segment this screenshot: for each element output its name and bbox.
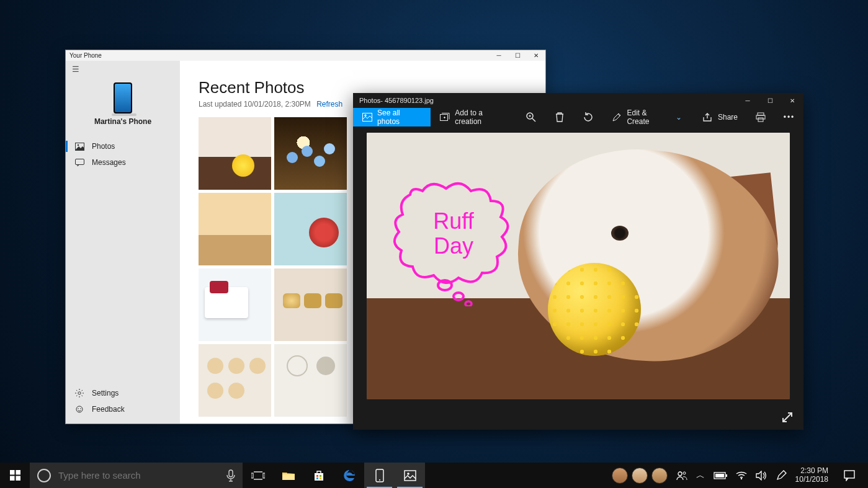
search-input[interactable] bbox=[58, 470, 219, 481]
share-icon bbox=[702, 112, 713, 123]
device-name: Martina's Phone bbox=[66, 117, 180, 126]
minimize-button[interactable]: ─ bbox=[490, 50, 508, 61]
maximize-button[interactable]: ☐ bbox=[508, 50, 527, 61]
messages-icon bbox=[74, 159, 84, 167]
volume-icon[interactable] bbox=[756, 471, 767, 481]
close-button[interactable]: ✕ bbox=[527, 50, 545, 61]
photo-thumbnail[interactable] bbox=[274, 117, 347, 190]
start-button[interactable] bbox=[0, 463, 30, 488]
edge-button[interactable] bbox=[334, 463, 364, 488]
refresh-link[interactable]: Refresh bbox=[316, 100, 342, 109]
sidebar-item-photos[interactable]: Photos bbox=[66, 138, 180, 154]
edit-icon bbox=[611, 112, 622, 123]
photos-icon bbox=[74, 143, 84, 151]
your-phone-title: Your Phone bbox=[69, 52, 102, 59]
minimize-button[interactable]: ─ bbox=[736, 93, 759, 108]
photo-thumbnail[interactable] bbox=[199, 344, 271, 417]
battery-icon[interactable] bbox=[714, 472, 727, 479]
sidebar-item-label: Settings bbox=[92, 389, 119, 397]
svg-rect-11 bbox=[758, 113, 764, 115]
toolbar-label: See all photos bbox=[377, 109, 422, 126]
photo-thumbnail[interactable] bbox=[274, 344, 347, 417]
mic-icon[interactable] bbox=[226, 469, 235, 482]
delete-button[interactable] bbox=[545, 108, 574, 126]
svg-rect-40 bbox=[715, 474, 724, 477]
dog-eye-shape bbox=[611, 226, 629, 241]
more-icon: ••• bbox=[784, 112, 795, 123]
photos-taskbar-button[interactable] bbox=[395, 463, 425, 488]
people-contact[interactable] bbox=[632, 468, 648, 484]
svg-point-36 bbox=[678, 472, 682, 476]
photo-thumbnail[interactable] bbox=[199, 193, 271, 265]
close-button[interactable]: ✕ bbox=[781, 93, 803, 108]
svg-rect-12 bbox=[756, 115, 765, 119]
gear-icon bbox=[74, 389, 84, 397]
rotate-icon bbox=[583, 112, 594, 123]
people-contact[interactable] bbox=[651, 468, 668, 484]
svg-point-6 bbox=[80, 408, 81, 409]
svg-rect-20 bbox=[16, 476, 20, 481]
edit-create-button[interactable]: Edit & Create ⌄ bbox=[602, 108, 693, 126]
photo-canvas: Ruff Day bbox=[353, 126, 803, 430]
svg-rect-27 bbox=[282, 474, 295, 480]
taskbar-search[interactable] bbox=[30, 463, 243, 488]
sidebar-item-settings[interactable]: Settings bbox=[66, 385, 180, 401]
wifi-icon[interactable] bbox=[736, 471, 747, 480]
photo-thumbnail[interactable] bbox=[274, 268, 347, 341]
system-tray: ︿ 2:30 PM 10/1/2018 bbox=[612, 467, 868, 484]
toolbar-label: Add to a creation bbox=[455, 109, 508, 126]
photos-toolbar: See all photos Add to a creation bbox=[353, 108, 803, 126]
svg-point-5 bbox=[78, 408, 79, 409]
people-contact[interactable] bbox=[612, 468, 628, 484]
sidebar-item-feedback[interactable]: Feedback bbox=[66, 401, 180, 417]
annotation-line2: Day bbox=[434, 233, 473, 259]
toolbar-label: Edit & Create bbox=[627, 109, 668, 126]
microsoft-store-button[interactable] bbox=[303, 463, 334, 488]
svg-rect-29 bbox=[320, 475, 321, 477]
see-all-photos-button[interactable]: See all photos bbox=[353, 108, 431, 126]
ball-shape bbox=[548, 263, 641, 356]
people-bar bbox=[612, 468, 668, 484]
photo-thumbnail[interactable] bbox=[274, 193, 347, 265]
file-explorer-button[interactable] bbox=[273, 463, 303, 488]
photo-thumbnail[interactable] bbox=[199, 117, 271, 190]
clock-time: 2:30 PM bbox=[795, 467, 828, 476]
photo-thumbnail[interactable] bbox=[199, 268, 271, 341]
photos-window: Photos- 4567890123.jpg ─ ☐ ✕ See all pho… bbox=[353, 93, 803, 430]
add-to-creation-button[interactable]: Add to a creation bbox=[431, 108, 517, 126]
tray-chevron-icon[interactable]: ︿ bbox=[696, 470, 705, 481]
svg-point-1 bbox=[77, 144, 79, 146]
sidebar-item-messages[interactable]: Messages bbox=[66, 154, 180, 171]
your-phone-sidebar: ☰ Martina's Phone Photos Messages bbox=[66, 61, 180, 424]
share-button[interactable]: Share bbox=[693, 108, 746, 126]
svg-point-37 bbox=[683, 472, 686, 474]
photo-image[interactable]: Ruff Day bbox=[367, 133, 790, 399]
your-phone-titlebar[interactable]: Your Phone ─ ☐ ✕ bbox=[66, 50, 545, 61]
svg-rect-19 bbox=[10, 476, 15, 481]
last-updated-text: Last updated 10/01/2018, 2:30PM bbox=[199, 100, 311, 109]
trash-icon bbox=[554, 112, 565, 123]
action-center-button[interactable] bbox=[837, 470, 862, 481]
ink-workspace-icon[interactable] bbox=[776, 470, 787, 481]
hamburger-icon[interactable]: ☰ bbox=[66, 64, 180, 74]
toolbar-label: Share bbox=[718, 113, 738, 122]
taskbar-clock[interactable]: 2:30 PM 10/1/2018 bbox=[795, 467, 828, 484]
more-button[interactable]: ••• bbox=[775, 108, 803, 126]
print-button[interactable] bbox=[746, 108, 775, 126]
fullscreen-button[interactable] bbox=[781, 411, 794, 424]
svg-point-8 bbox=[364, 115, 366, 117]
your-phone-taskbar-button[interactable] bbox=[364, 463, 395, 488]
maximize-button[interactable]: ☐ bbox=[759, 93, 781, 108]
zoom-button[interactable] bbox=[517, 108, 545, 126]
svg-rect-28 bbox=[316, 475, 318, 477]
zoom-icon bbox=[526, 112, 537, 123]
people-icon[interactable] bbox=[676, 471, 687, 481]
photos-titlebar[interactable]: Photos- 4567890123.jpg ─ ☐ ✕ bbox=[353, 93, 803, 108]
sidebar-item-label: Photos bbox=[92, 142, 115, 151]
rotate-button[interactable] bbox=[574, 108, 602, 126]
svg-point-16 bbox=[465, 301, 472, 306]
annotation-line1: Ruff bbox=[433, 208, 474, 234]
print-icon bbox=[755, 112, 766, 123]
task-view-button[interactable] bbox=[243, 463, 273, 488]
svg-rect-42 bbox=[844, 471, 854, 478]
